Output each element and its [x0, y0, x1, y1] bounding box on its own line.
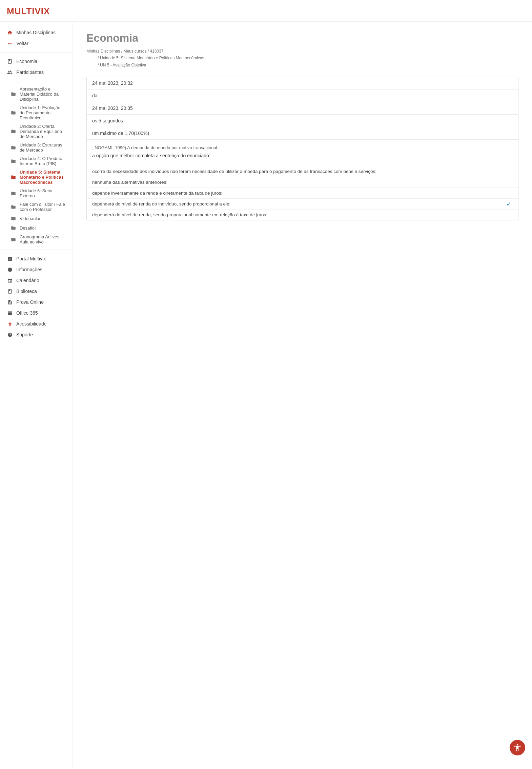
sidebar-label-apresentacao: Apresentação e Material Didático da Disc… [20, 86, 66, 102]
book-icon [7, 58, 13, 64]
sidebar-item-economia[interactable]: Economia [0, 56, 73, 67]
folder-icon-cronograma [10, 236, 16, 242]
sidebar-item-videoaulas[interactable]: Videoaulas [7, 214, 73, 223]
info-value-fim: 24 mai 2023, 20:35 [92, 105, 133, 111]
option-b-text: nenhuma das alternativas anteriores; [92, 180, 167, 185]
sidebar-label-fale-tutor: Fale com o Tutor / Fale com o Professor [20, 202, 66, 212]
sidebar-label-portal-multivix: Portal Multivix [16, 256, 46, 261]
library-icon [7, 288, 13, 294]
option-a-text: ocorre da necessidade dos indivíduos não… [92, 169, 376, 174]
sidebar-item-unidade1[interactable]: Unidade 1: Evolução do Pensamento Econôm… [7, 103, 73, 122]
sidebar-label-calendario: Calendário [16, 278, 39, 283]
folder-icon-u5 [10, 174, 16, 180]
sidebar-item-unidade6[interactable]: Unidade 6: Setor Externo [7, 186, 73, 200]
sidebar-item-voltar[interactable]: ← Voltar [0, 38, 73, 49]
sidebar-item-calendario[interactable]: Calendário [0, 275, 73, 286]
calendar-icon [7, 277, 13, 283]
answer-option-e[interactable]: dependerá do nível de renda, sendo propo… [87, 210, 518, 220]
sidebar-units-section: Apresentação e Material Didático da Disc… [0, 85, 73, 246]
sidebar-item-prova-online[interactable]: Prova Online [0, 297, 73, 308]
sidebar-bottom-section: Portal Multivix Informações Calendário B… [0, 253, 73, 340]
folder-icon-u1 [10, 110, 16, 116]
breadcrumb-part-0: Minhas Disciplinas [86, 49, 120, 54]
info-value-tempo: os 5 segundos [92, 118, 123, 123]
prova-icon [7, 299, 13, 305]
sidebar-item-suporte[interactable]: Suporte [0, 329, 73, 340]
option-c-text: depende inversamente da renda e diretame… [92, 191, 222, 196]
participants-icon [7, 69, 13, 75]
info-icon [7, 267, 13, 273]
accessibility-icon [7, 321, 13, 327]
info-value-estado: da [92, 93, 98, 98]
sidebar-top-section: Minhas Disciplinas ← Voltar [0, 27, 73, 49]
sidebar-item-acessibilidade[interactable]: Acessibilidade [0, 318, 73, 329]
folder-icon-apresentacao [10, 91, 16, 97]
info-row-inicio: 24 mai 2023, 20:32 [87, 77, 518, 90]
logo: MULTIVIX [7, 6, 50, 16]
sidebar-label-prova-online: Prova Online [16, 299, 44, 305]
sidebar-item-participantes[interactable]: Participantes [0, 67, 73, 78]
info-row-nota: um máximo de 1,70(100%) [87, 127, 518, 140]
sidebar-label-informacoes: Informações [16, 267, 42, 272]
breadcrumb-part-3: Unidade 5: Sistema Monetário e Políticas… [100, 56, 204, 60]
sidebar-label-suporte: Suporte [16, 332, 33, 337]
sidebar-item-desafio[interactable]: Desafio! [7, 223, 73, 233]
option-d-text: dependerá do nível de renda do indivíduo… [92, 201, 230, 206]
folder-icon-u3 [10, 144, 16, 151]
sidebar-item-portal-multivix[interactable]: Portal Multivix [0, 253, 73, 264]
info-row-tempo: os 5 segundos [87, 115, 518, 127]
sidebar-label-minhas-disciplinas: Minhas Disciplinas [16, 30, 56, 35]
sidebar-item-office365[interactable]: Office 365 [0, 308, 73, 318]
correct-checkmark: ✓ [506, 200, 511, 208]
sidebar-course-section: Economia Participantes [0, 56, 73, 78]
folder-icon-u2 [10, 129, 16, 135]
sidebar-item-biblioteca[interactable]: Biblioteca [0, 286, 73, 297]
sidebar-label-unidade2: Unidade 2: Oferta, Demanda e Equilíbrio … [20, 124, 66, 139]
floating-accessibility-button[interactable] [510, 740, 525, 755]
sidebar-item-unidade4[interactable]: Unidade 4: O Produto Interno Bruto (PIB) [7, 154, 73, 168]
sidebar-item-cronograma[interactable]: Cronograma Aulives – Aula ao vivo [7, 233, 73, 246]
office-icon [7, 310, 13, 316]
sidebar-label-office365: Office 365 [16, 310, 38, 316]
folder-icon-u4 [10, 158, 16, 164]
sidebar-label-videoaulas: Videoaulas [20, 216, 41, 221]
sidebar-item-fale-tutor[interactable]: Fale com o Tutor / Fale com o Professor [7, 200, 73, 214]
sidebar-label-desafio: Desafio! [20, 225, 36, 231]
breadcrumb-part-2: 413037 [150, 49, 163, 54]
question-instruction: a opção que melhor completa a sentença d… [92, 153, 513, 158]
page-title: Economia [86, 32, 518, 44]
sidebar-label-biblioteca: Biblioteca [16, 289, 37, 294]
sidebar-item-unidade5[interactable]: Unidade 5: Sistema Monetário e Políticas… [7, 168, 73, 186]
sidebar-item-apresentacao[interactable]: Apresentação e Material Didático da Disc… [7, 85, 73, 103]
sidebar-item-unidade3[interactable]: Unidade 3: Estruturas de Mercado [7, 141, 73, 154]
info-row-estado: da [87, 90, 518, 102]
answer-option-a[interactable]: ocorre da necessidade dos indivíduos não… [87, 166, 518, 177]
sidebar-label-unidade5: Unidade 5: Sistema Monetário e Políticas… [20, 170, 66, 185]
question-source: ; NOGAMI, 1999) A demanda de moeda por m… [92, 145, 513, 150]
sidebar-label-cronograma: Cronograma Aulives – Aula ao vivo [20, 234, 66, 244]
option-e-text: dependerá do nível de renda, sendo propo… [92, 212, 267, 217]
info-row-fim: 24 mai 2023, 20:35 [87, 102, 518, 115]
folder-icon-desafio [10, 225, 16, 231]
sidebar-label-participantes: Participantes [16, 70, 44, 75]
sidebar-label-economia: Economia [16, 59, 37, 64]
floating-accessibility-icon [513, 743, 522, 752]
breadcrumb: Minhas Disciplinas / Meus cursos / 41303… [86, 48, 518, 68]
sidebar-item-minhas-disciplinas[interactable]: Minhas Disciplinas [0, 27, 73, 38]
folder-icon-video [10, 215, 16, 221]
answer-option-b[interactable]: nenhuma das alternativas anteriores; [87, 177, 518, 188]
breadcrumb-part-1: Meus cursos [123, 49, 146, 54]
logo-area: MULTIVIX [0, 0, 532, 22]
sidebar-label-unidade3: Unidade 3: Estruturas de Mercado [20, 142, 66, 153]
sidebar-label-voltar: Voltar [16, 41, 28, 46]
answer-option-c[interactable]: depende inversamente da renda e diretame… [87, 188, 518, 199]
answer-option-d[interactable]: dependerá do nível de renda do indivíduo… [87, 199, 518, 210]
folder-icon-u6 [10, 190, 16, 196]
main-content: Economia Minhas Disciplinas / Meus curso… [73, 22, 532, 769]
breadcrumb-part-4: UN 5 - Avaliação Objetiva [100, 63, 146, 67]
sidebar-item-unidade2[interactable]: Unidade 2: Oferta, Demanda e Equilíbrio … [7, 122, 73, 141]
sidebar: Minhas Disciplinas ← Voltar Economia Par… [0, 22, 73, 769]
sidebar-item-informacoes[interactable]: Informações [0, 264, 73, 275]
support-icon [7, 332, 13, 338]
info-value-nota: um máximo de 1,70(100%) [92, 131, 149, 136]
